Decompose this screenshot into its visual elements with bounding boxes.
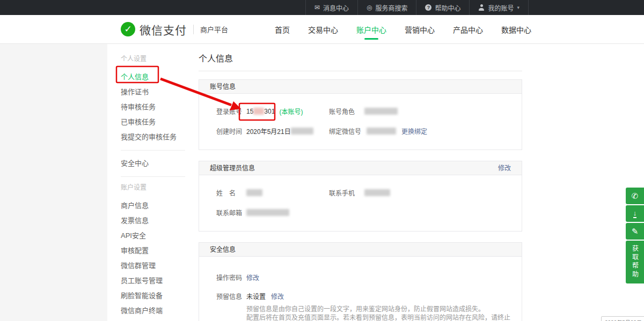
user-icon <box>478 4 485 11</box>
topbar-item-message-center[interactable]: ✉ 消息中心 <box>305 0 357 15</box>
nav-tab-data-center[interactable]: 数据中心 <box>501 24 531 35</box>
nav-tab-product-center[interactable]: 产品中心 <box>453 24 483 35</box>
page-title: 个人信息 <box>199 54 644 64</box>
date-tooltip: 2020年5月22日 <box>601 316 644 321</box>
current-account-tag: (本账号) <box>279 107 303 116</box>
contact-phone-label: 联系手机 <box>329 188 359 197</box>
reserved-info-notes: 预留信息是由你自己设置的一段文字，用来鉴定网站身份，防止假冒网站造成损失。 配置… <box>246 305 511 321</box>
panel-title: 超级管理员信息 <box>210 161 255 175</box>
title-divider <box>199 71 522 71</box>
floating-help-bar: ✆ ↓ ✎ 获取帮助 <box>626 188 644 283</box>
reserved-info-label: 预留信息 <box>216 292 246 301</box>
nav-tab-home[interactable]: 首页 <box>275 24 290 35</box>
panel-header: 安全信息 <box>199 243 522 257</box>
sidebar-item-staff-account-management[interactable]: 员工账号管理 <box>121 273 185 288</box>
phone-icon: ✆ <box>632 191 639 201</box>
topbar-item-label: 帮助中心 <box>435 3 460 12</box>
sidebar-item-api-security[interactable]: API安全 <box>121 228 185 243</box>
chevron-down-icon: ▾ <box>517 5 519 10</box>
operation-password-label: 操作密码 <box>216 273 246 282</box>
sidebar-item-merchant-info[interactable]: 商户信息 <box>121 198 185 213</box>
main-content: 个人信息 账号信息 登录账号 15301 (本账号) 账号角色 <box>185 44 644 321</box>
redacted-admin-name <box>246 189 262 196</box>
sidebar-group-account-settings: 账户设置 <box>121 182 185 193</box>
created-time-value: 2020年5月21日 <box>246 126 291 136</box>
note-line: 配置后将在首页及充值页面显示。若未看到预留信息，表明当前访问的网站存在风险，请终… <box>246 313 511 321</box>
page-container: 个人设置 个人信息 操作证书 待审核任务 已审核任务 我提交的审核任务 安全中心… <box>107 44 644 321</box>
panel-title: 安全信息 <box>210 243 236 256</box>
topbar-item-my-account[interactable]: 我的账号 ▾ <box>469 0 528 15</box>
redacted-account-role <box>364 108 398 115</box>
brand-divider <box>193 25 194 34</box>
panel-header: 超级管理员信息 修改 <box>199 161 522 175</box>
security-info-panel: 安全信息 操作密码 修改 预留信息 未设置 修改 预留信息是由你自己设置的一段文… <box>199 242 522 321</box>
created-time-label: 创建时间 <box>216 126 246 136</box>
check-glyph: ✓ <box>124 25 131 34</box>
primary-nav: 首页 交易中心 账户中心 营销中心 产品中心 数据中心 <box>275 15 531 43</box>
sidebar-item-review-config[interactable]: 审核配置 <box>121 243 185 258</box>
sidebar-item-pending-review-tasks[interactable]: 待审核任务 <box>121 100 185 115</box>
sidebar-item-my-submitted-review-tasks[interactable]: 我提交的审核任务 <box>121 130 185 145</box>
sidebar-item-operation-certificate[interactable]: 操作证书 <box>121 85 185 100</box>
modify-reserved-info-link[interactable]: 修改 <box>271 292 284 301</box>
modify-admin-link[interactable]: 修改 <box>498 161 511 175</box>
bound-wechat-label: 绑定微信号 <box>329 126 361 136</box>
sidebar-item-invoice-info[interactable]: 发票信息 <box>121 213 185 228</box>
download-button[interactable]: ↓ <box>626 205 644 222</box>
brand-name: 微信支付 <box>140 21 187 38</box>
sidebar-item-personal-info[interactable]: 个人信息 <box>121 70 185 85</box>
sidebar-divider <box>121 150 185 151</box>
nav-tab-marketing-center[interactable]: 营销中心 <box>405 24 435 35</box>
super-admin-panel: 超级管理员信息 修改 姓 名 联系手机 联系邮箱 <box>199 161 522 232</box>
site-header: ✓ 微信支付 商户平台 首页 交易中心 账户中心 营销中心 产品中心 数据中心 <box>0 15 644 44</box>
redacted-created-time <box>291 128 313 135</box>
feedback-button[interactable]: ✎ <box>626 223 644 240</box>
topbar-menu: ✉ 消息中心 ◎ 服务商搜索 ? 帮助中心 我的账号 ▾ <box>305 0 529 15</box>
download-icon: ↓ <box>633 210 637 218</box>
sidebar-divider <box>121 176 185 177</box>
contact-phone-button[interactable]: ✆ <box>626 188 644 204</box>
sidebar: 个人设置 个人信息 操作证书 待审核任务 已审核任务 我提交的审核任务 安全中心… <box>107 44 185 321</box>
account-info-panel: 账号信息 登录账号 15301 (本账号) 账号角色 创建时间 <box>199 79 522 150</box>
account-role-label: 账号角色 <box>329 107 359 116</box>
nav-tab-transaction-center[interactable]: 交易中心 <box>308 24 338 35</box>
sidebar-item-security-center[interactable]: 安全中心 <box>121 156 185 171</box>
reserved-info-value: 未设置 <box>246 292 266 301</box>
edit-icon: ✎ <box>632 227 639 236</box>
redacted-contact-phone <box>364 189 390 196</box>
sidebar-item-wechat-group-management[interactable]: 微信群管理 <box>121 258 185 273</box>
redacted-login-middle <box>253 108 264 115</box>
topbar-item-label: 消息中心 <box>323 3 349 12</box>
get-help-label: 获取帮助 <box>631 245 640 279</box>
login-account-value: 15301 <box>246 108 275 115</box>
brand: ✓ 微信支付 商户平台 <box>121 15 228 43</box>
envelope-icon: ✉ <box>314 4 320 11</box>
topbar-item-help-center[interactable]: ? 帮助中心 <box>416 0 469 15</box>
search-icon: ◎ <box>367 4 372 11</box>
change-binding-link[interactable]: 更换绑定 <box>401 126 427 136</box>
get-help-button[interactable]: 获取帮助 <box>626 241 644 283</box>
topbar: ✉ 消息中心 ◎ 服务商搜索 ? 帮助中心 我的账号 ▾ <box>0 0 644 15</box>
sidebar-item-face-smart-device[interactable]: 刷脸智能设备 <box>121 288 185 303</box>
sidebar-item-reviewed-tasks[interactable]: 已审核任务 <box>121 115 185 130</box>
portal-name: 商户平台 <box>200 24 228 34</box>
modify-password-link[interactable]: 修改 <box>246 273 259 282</box>
admin-name-label: 姓 名 <box>216 188 246 197</box>
sidebar-group-personal-settings: 个人设置 <box>121 54 185 64</box>
redacted-contact-email <box>246 209 289 216</box>
redacted-wechat-id <box>367 128 396 135</box>
sidebar-item-wechat-merchant-terminal[interactable]: 微信商户终端 <box>121 303 185 318</box>
note-line: 预留信息是由你自己设置的一段文字，用来鉴定网站身份，防止假冒网站造成损失。 <box>246 305 511 313</box>
contact-email-label: 联系邮箱 <box>216 208 246 217</box>
wechat-pay-logo-icon: ✓ <box>121 22 135 36</box>
nav-tab-account-center[interactable]: 账户中心 <box>356 24 386 35</box>
question-icon: ? <box>425 4 431 11</box>
panel-header: 账号信息 <box>199 80 522 94</box>
topbar-item-service-provider-search[interactable]: ◎ 服务商搜索 <box>357 0 416 15</box>
topbar-item-label: 服务商搜索 <box>375 3 407 12</box>
panel-title: 账号信息 <box>210 80 236 93</box>
topbar-item-label: 我的账号 <box>488 3 514 12</box>
login-account-label: 登录账号 <box>216 107 246 116</box>
